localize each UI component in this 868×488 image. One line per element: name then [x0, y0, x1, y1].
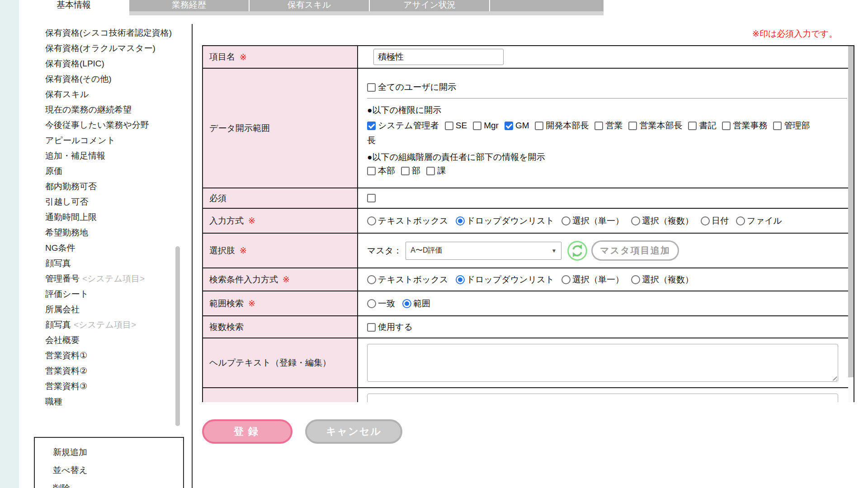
submit-button[interactable]: 登録	[202, 419, 292, 444]
permission-option[interactable]: GM	[505, 121, 529, 130]
radio-icon[interactable]	[456, 275, 465, 284]
permission-option[interactable]: 営業	[594, 121, 623, 130]
help-text-textarea[interactable]	[367, 344, 838, 382]
cancel-button[interactable]: キャンセル	[305, 419, 402, 444]
radio-option[interactable]: ドロップダウンリスト	[456, 215, 554, 227]
permission-option[interactable]: Mgr	[473, 121, 499, 130]
radio-icon[interactable]	[456, 216, 465, 225]
add-master-item-button[interactable]: マスタ項目追加	[591, 240, 679, 261]
radio-icon[interactable]	[561, 216, 571, 225]
permission-option[interactable]: 営業本部長	[628, 121, 682, 130]
permission-option[interactable]: SE	[445, 121, 467, 130]
field-list-item[interactable]: 引越し可否	[45, 194, 175, 210]
tab[interactable]: 基本情報	[19, 0, 128, 11]
radio-icon[interactable]	[367, 275, 376, 284]
radio-option[interactable]: 選択（複数）	[631, 274, 693, 286]
radio-option[interactable]: テキストボックス	[367, 215, 448, 227]
radio-option[interactable]: 選択（単一）	[561, 215, 624, 227]
radio-icon[interactable]	[367, 216, 376, 225]
radio-option[interactable]: ファイル	[736, 215, 782, 227]
checkbox-icon[interactable]	[367, 323, 376, 332]
radio-icon[interactable]	[701, 216, 710, 225]
checkbox-icon[interactable]	[426, 167, 435, 175]
item-name-input[interactable]	[373, 49, 504, 65]
radio-option[interactable]: 範囲	[402, 298, 430, 310]
radio-icon[interactable]	[631, 216, 640, 225]
field-list-item[interactable]: 顔写真	[45, 256, 175, 271]
list-action-item[interactable]: 削除	[53, 479, 183, 488]
field-label: 職種	[45, 397, 62, 406]
field-list-item[interactable]: 通勤時間上限	[45, 210, 175, 225]
field-list-item[interactable]: 希望勤務地	[45, 225, 175, 240]
radio-icon[interactable]	[631, 275, 640, 284]
checkbox-icon[interactable]	[535, 122, 543, 130]
checkbox-icon[interactable]	[505, 122, 513, 130]
org-level-option[interactable]: 本部	[367, 166, 395, 175]
permission-option[interactable]: 営業事務	[722, 121, 767, 130]
field-list-item[interactable]: 保有資格(オラクルマスター)	[45, 41, 175, 56]
field-list-item[interactable]: 現在の業務の継続希望	[45, 102, 175, 117]
permission-option[interactable]: 開発本部長	[535, 121, 589, 130]
radio-icon[interactable]	[736, 216, 745, 225]
org-level-option[interactable]: 課	[426, 166, 446, 175]
tab[interactable]: 保有スキル	[250, 0, 369, 11]
permission-option[interactable]: 書記	[688, 121, 716, 130]
field-list-item[interactable]: 保有資格(その他)	[45, 71, 175, 87]
tab[interactable]: アサイン状況	[370, 0, 489, 11]
checkbox-icon[interactable]	[473, 122, 481, 130]
field-list-item[interactable]: 保有スキル	[45, 87, 175, 102]
field-list-item[interactable]: 管理番号<システム項目>	[45, 271, 175, 286]
field-list-item[interactable]: 都内勤務可否	[45, 179, 175, 194]
checkbox-icon[interactable]	[445, 122, 453, 130]
field-list-item[interactable]: 営業資料①	[45, 348, 175, 363]
field-list-item[interactable]: 会社概要	[45, 333, 175, 348]
form-scrollbar-thumb[interactable]	[848, 46, 854, 377]
form-scrollbar-track[interactable]	[848, 46, 854, 402]
org-level-option[interactable]: 部	[401, 166, 420, 175]
field-label: 評価シート	[45, 289, 89, 299]
radio-option[interactable]: テキストボックス	[367, 274, 448, 286]
field-list-item[interactable]: アピールコメント	[45, 133, 175, 148]
field-list-item[interactable]: 所属会社	[45, 302, 175, 317]
radio-option[interactable]: 日付	[701, 215, 729, 227]
field-list: 保有資格(シスコ技術者認定資格) 保有資格(オラクルマスター) 保有資格(LPI…	[19, 18, 175, 409]
radio-icon[interactable]	[561, 275, 571, 284]
radio-option[interactable]: 選択（単一）	[561, 274, 624, 286]
field-list-item[interactable]: 評価シート	[45, 286, 175, 302]
list-action-item[interactable]: 新規追加	[53, 443, 183, 461]
checkbox-icon[interactable]	[628, 122, 637, 130]
field-list-item[interactable]: NG条件	[45, 240, 175, 256]
permission-option[interactable]: システム管理者	[367, 121, 439, 130]
checkbox-icon[interactable]	[688, 122, 697, 130]
checkbox-icon[interactable]	[594, 122, 603, 130]
field-list-item[interactable]: 原価	[45, 164, 175, 179]
checkbox-icon[interactable]	[722, 122, 731, 130]
all-users-option[interactable]: 全てのユーザに開示	[367, 81, 456, 93]
field-list-item[interactable]: 顔写真<システム項目>	[45, 317, 175, 333]
radio-icon[interactable]	[402, 299, 411, 308]
list-action-item[interactable]: 並べ替え	[53, 461, 183, 479]
checkbox-icon[interactable]	[367, 167, 376, 175]
field-list-item[interactable]: 追加・補足情報	[45, 148, 175, 164]
field-list-item[interactable]: 営業資料③	[45, 379, 175, 394]
multi-search-option[interactable]: 使用する	[367, 321, 413, 333]
required-flag-checkbox[interactable]	[367, 194, 376, 202]
checkbox-icon[interactable]	[367, 83, 376, 92]
checkbox-icon[interactable]	[367, 122, 376, 130]
checkbox-icon[interactable]	[773, 122, 782, 130]
tab[interactable]: 業務経歴	[129, 0, 249, 11]
refresh-button[interactable]	[567, 240, 588, 261]
checkbox-icon[interactable]	[401, 167, 410, 175]
sidebar-scrollbar-thumb[interactable]	[175, 246, 180, 426]
field-list-item[interactable]: 営業資料②	[45, 363, 175, 379]
field-list-item[interactable]: 今後従事したい業務や分野	[45, 117, 175, 133]
field-list-item[interactable]: 保有資格(シスコ技術者認定資格)	[45, 25, 175, 41]
radio-icon[interactable]	[367, 299, 376, 308]
radio-option[interactable]: 選択（複数）	[631, 215, 693, 227]
radio-option[interactable]: ドロップダウンリスト	[456, 274, 554, 286]
clipped-textarea[interactable]	[367, 394, 838, 402]
field-list-item[interactable]: 保有資格(LPIC)	[45, 56, 175, 71]
master-select[interactable]: A〜D評価 ▼	[406, 242, 561, 260]
field-list-item[interactable]: 職種	[45, 394, 175, 409]
radio-option[interactable]: 一致	[367, 298, 395, 310]
